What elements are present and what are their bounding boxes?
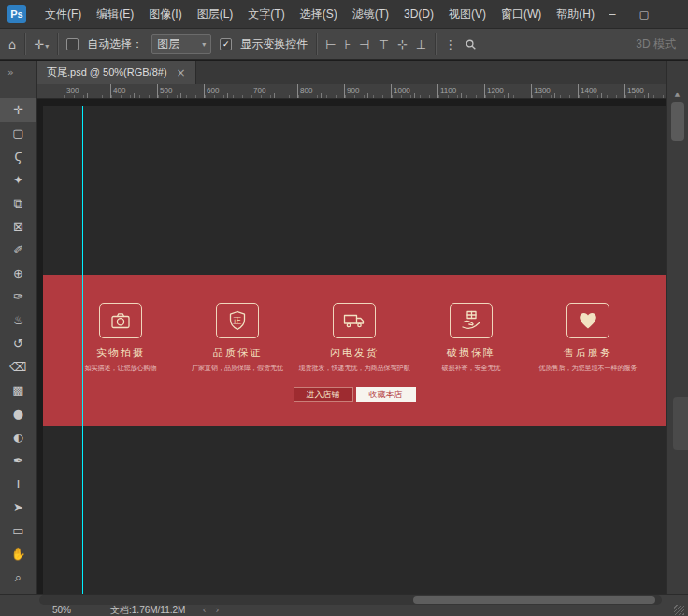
- align-top-icon[interactable]: ⊤: [379, 38, 389, 50]
- ruler-tick: 600: [204, 84, 251, 98]
- menu-view[interactable]: 视图(V): [441, 0, 494, 28]
- feature-title: 闪电发货: [298, 346, 410, 360]
- quick-selection-tool[interactable]: ✦: [0, 168, 36, 192]
- frame-tool[interactable]: ⊠: [0, 215, 36, 238]
- ruler-tick: 1300: [531, 84, 578, 98]
- align-right-icon[interactable]: ⊣: [359, 38, 369, 50]
- ruler-tick: 1200: [484, 84, 531, 98]
- options-bar: ⌂ ✛▾ 自动选择： 图层 ▾ ✓ 显示变换控件 ⊢⊦⊣⊤⊹⊥ ⋮ 3D 模式: [0, 28, 688, 60]
- eyedropper-tool[interactable]: ✐: [0, 238, 36, 262]
- gradient-tool[interactable]: ▩: [0, 379, 36, 402]
- overflow-dots-icon[interactable]: ⋮: [444, 38, 456, 50]
- align-left-icon[interactable]: ⊢: [325, 38, 336, 50]
- scroll-up-icon[interactable]: ▲: [666, 91, 688, 98]
- horizontal-ruler: 3004005006007008009001000110012001300140…: [37, 84, 666, 99]
- healing-brush-tool[interactable]: ⊕: [0, 262, 36, 285]
- search-icon[interactable]: [465, 38, 477, 50]
- menu-select[interactable]: 选择(S): [293, 0, 345, 28]
- bottom-bar: 50% 文档:1.76M/11.2M ‹ ›: [0, 594, 688, 616]
- type-tool[interactable]: T: [0, 472, 36, 495]
- menu-window[interactable]: 窗口(W): [494, 0, 549, 28]
- zoom-level-field[interactable]: 50%: [52, 605, 71, 615]
- path-selection-tool[interactable]: ➤: [0, 495, 36, 519]
- horizontal-scrollbar-thumb[interactable]: [413, 596, 656, 604]
- menubar: 文件(F)编辑(E)图像(I)图层(L)文字(T)选择(S)滤镜(T)3D(D)…: [37, 0, 602, 28]
- menu-image[interactable]: 图像(I): [141, 0, 189, 28]
- home-icon[interactable]: ⌂: [8, 38, 16, 50]
- show-transform-checkbox[interactable]: ✓: [220, 38, 232, 50]
- photoshop-logo-icon: Ps: [7, 5, 26, 23]
- menu-layer[interactable]: 图层(L): [190, 0, 241, 28]
- tool-icon: ✑: [13, 290, 23, 304]
- tool-icon: ↺: [13, 337, 23, 351]
- titlebar: Ps 文件(F)编辑(E)图像(I)图层(L)文字(T)选择(S)滤镜(T)3D…: [0, 0, 688, 28]
- feature-shipping: 闪电发货 现货批发，快递无忧，为商品保驾护航: [298, 303, 410, 373]
- menu-file[interactable]: 文件(F): [37, 0, 89, 28]
- vertical-scrollbar[interactable]: ▲: [666, 61, 688, 594]
- close-icon[interactable]: ×: [177, 66, 186, 79]
- menu-filter[interactable]: 滤镜(T): [345, 0, 396, 28]
- feature-row: 实物拍摄 如实描述，让您放心购物 正 品质保证 厂家直销，品质保障，假货无忧: [64, 303, 644, 373]
- lasso-tool[interactable]: Ϛ: [0, 145, 36, 168]
- document-canvas[interactable]: 实物拍摄 如实描述，让您放心购物 正 品质保证 厂家直销，品质保障，假货无忧: [43, 106, 666, 594]
- show-transform-label: 显示变换控件: [240, 36, 308, 52]
- ruler-tick: 1100: [437, 84, 484, 98]
- minimize-icon[interactable]: ─: [604, 8, 621, 21]
- document-tab[interactable]: 页尾.psd @ 50%(RGB/8#) ×: [37, 61, 196, 84]
- separator: [316, 33, 317, 55]
- pen-tool[interactable]: ✒: [0, 449, 36, 472]
- tool-icon: ⊠: [13, 220, 23, 234]
- crop-tool[interactable]: ⧉: [0, 192, 36, 215]
- shape-tool[interactable]: ▭: [0, 519, 36, 542]
- tool-icon: ⌫: [9, 360, 26, 374]
- eraser-tool[interactable]: ⌫: [0, 355, 36, 379]
- align-middle-icon[interactable]: ⊹: [397, 38, 408, 50]
- dodge-tool[interactable]: ◐: [0, 425, 36, 449]
- collapse-tools-icon[interactable]: »: [7, 66, 14, 79]
- window-controls: ─ ▢: [604, 8, 652, 21]
- tool-icon: ✋: [10, 547, 25, 561]
- feature-title: 品质保证: [181, 346, 294, 360]
- align-center-h-icon[interactable]: ⊦: [345, 38, 351, 50]
- status-next-icon[interactable]: ›: [215, 605, 219, 615]
- tool-icon: ⊕: [13, 266, 23, 280]
- banner-favorite-shop-button: 收藏本店: [356, 387, 416, 402]
- auto-select-target-dropdown[interactable]: 图层 ▾: [151, 34, 211, 54]
- status-prev-icon[interactable]: ‹: [202, 605, 206, 615]
- move-tool-preset[interactable]: ✛▾: [34, 36, 49, 52]
- zoom-tool[interactable]: ⌕: [0, 566, 36, 589]
- chevron-down-icon: ▾: [45, 42, 49, 50]
- maximize-icon[interactable]: ▢: [636, 8, 652, 21]
- tool-icon: Ϛ: [14, 150, 22, 164]
- marquee-tool[interactable]: ▢: [0, 122, 36, 145]
- menu-help[interactable]: 帮助(H): [549, 0, 602, 28]
- menu-type[interactable]: 文字(T): [240, 0, 292, 28]
- canvas-pasteboard[interactable]: 实物拍摄 如实描述，让您放心购物 正 品质保证 厂家直销，品质保障，假货无忧: [37, 99, 666, 594]
- collapsed-panel-handle[interactable]: [673, 397, 688, 450]
- blur-tool[interactable]: ●: [0, 402, 36, 425]
- tool-icon: ⌕: [15, 570, 22, 585]
- ruler-tick: 500: [157, 84, 204, 98]
- vertical-scrollbar-thumb[interactable]: [671, 102, 684, 141]
- ruler-tick: 900: [344, 84, 391, 98]
- heart-icon: [566, 303, 609, 338]
- document-tab-strip: 页尾.psd @ 50%(RGB/8#) ×: [37, 61, 666, 84]
- tools-panel: » ✛▢Ϛ✦⧉⊠✐⊕✑♨↺⌫▩●◐✒T➤▭✋⌕: [0, 61, 37, 594]
- auto-select-checkbox[interactable]: [66, 38, 79, 50]
- feature-title: 破损保障: [415, 346, 527, 360]
- resize-grip-icon[interactable]: [674, 605, 684, 615]
- brush-tool[interactable]: ✑: [0, 285, 36, 308]
- feature-subtitle: 现货批发，快递无忧，为商品保驾护航: [298, 364, 410, 373]
- hand-tool[interactable]: ✋: [0, 542, 36, 566]
- footer-banner-artwork: 实物拍摄 如实描述，让您放心购物 正 品质保证 厂家直销，品质保障，假货无忧: [43, 275, 666, 426]
- clone-stamp-tool[interactable]: ♨: [0, 308, 36, 332]
- feature-subtitle: 破损补寄，安全无忧: [415, 364, 527, 373]
- menu-3d[interactable]: 3D(D): [396, 0, 441, 28]
- tool-icon: ✐: [13, 243, 23, 257]
- history-brush-tool[interactable]: ↺: [0, 332, 36, 355]
- align-bottom-icon[interactable]: ⊥: [416, 38, 426, 50]
- move-tool[interactable]: ✛: [0, 98, 36, 122]
- ruler-tick: 1400: [578, 84, 624, 98]
- tool-icon: ✛: [13, 103, 23, 117]
- menu-edit[interactable]: 编辑(E): [89, 0, 141, 28]
